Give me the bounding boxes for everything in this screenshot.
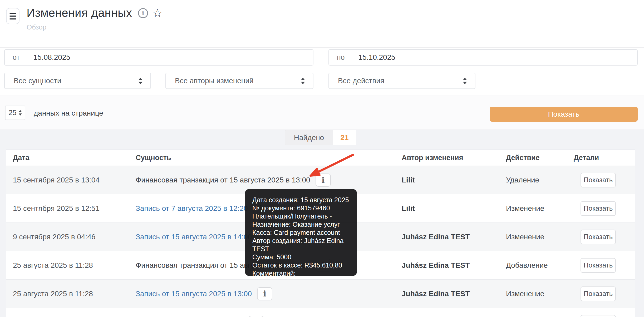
hamburger-menu-button[interactable] — [6, 8, 19, 24]
select-arrows-icon — [19, 110, 22, 116]
select-arrows-icon — [463, 78, 467, 84]
date-from-input[interactable]: от 15.08.2025 — [4, 49, 313, 66]
date-from-label: от — [5, 50, 28, 65]
row-author: Lilit — [402, 204, 506, 213]
tooltip-line: Назначение: Оказание услуг — [252, 220, 350, 229]
breadcrumb: Обзор — [27, 23, 163, 31]
col-header-entity: Сущность — [136, 154, 402, 162]
entity-info-icon-button[interactable]: i — [249, 316, 264, 317]
entity-info-tooltip: Дата создания: 15 августа 2025№ документ… — [245, 189, 357, 276]
favorite-star-icon[interactable]: ☆ — [152, 8, 163, 18]
row-action: Изменение — [506, 233, 574, 241]
select-arrows-icon — [301, 78, 305, 84]
tooltip-line: Остаток в кассе: R$45.610,80 — [252, 261, 350, 269]
row-entity-text: Финансовая транзакция от 15 августа 2025… — [136, 176, 310, 184]
title-block: Изменения данных i ☆ Обзор — [27, 6, 163, 31]
row-date: 15 сентября 2025 в 13:04 — [6, 176, 136, 184]
row-details-cell: Показать — [574, 286, 635, 301]
page-header: Изменения данных i ☆ Обзор — [0, 0, 644, 47]
per-page-label: данных на странице — [34, 109, 103, 117]
select-arrows-icon — [138, 78, 142, 84]
row-author: Juhász Edina TEST — [402, 233, 506, 241]
date-to-value[interactable]: 15.10.2025 — [353, 50, 637, 65]
row-date: 15 сентября 2025 в 12:51 — [6, 204, 136, 213]
row-action: Изменение — [506, 290, 574, 298]
table-header-row: Дата Сущность Автор изменения Действие Д… — [6, 150, 635, 166]
show-button[interactable]: Показать — [490, 107, 638, 122]
row-details-cell: Показать — [574, 201, 635, 216]
tooltip-line: Автор создания: Juhász Edina TEST — [252, 237, 350, 253]
author-filter-select[interactable]: Все авторы изменений — [165, 73, 313, 89]
row-details-cell: Показать — [574, 173, 635, 187]
per-page-band: 25 данных на странице Показать — [0, 96, 644, 130]
found-label: Найдено — [285, 130, 333, 145]
page: Изменения данных i ☆ Обзор от 15.08.2025… — [0, 0, 644, 317]
col-header-author: Автор изменения — [402, 154, 506, 162]
row-entity-cell: Запись от 15 августа 2025 в 13:00 i — [136, 287, 402, 300]
row-action: Удаление — [506, 176, 574, 184]
row-date: 9 сентября 2025 в 04:46 — [6, 233, 136, 241]
row-action: Добавление — [506, 261, 574, 270]
page-info-icon[interactable]: i — [138, 8, 148, 18]
tooltip-line: Плательщик/Получатель - — [252, 212, 350, 220]
row-details-cell: Показать — [574, 258, 635, 273]
table-row: 25 августа 2025 в 11:28 Запись от 15 авг… — [6, 279, 635, 308]
tooltip-line: Сумма: 5000 — [252, 253, 350, 261]
found-count: 21 — [333, 130, 356, 145]
date-to-label: по — [329, 50, 353, 65]
row-entity-text[interactable]: Запись от 15 августа 2025 в 13:00 — [136, 290, 252, 298]
entity-info-icon-button[interactable]: i — [257, 287, 272, 300]
per-page-select[interactable]: 25 — [5, 106, 25, 120]
row-details-button[interactable]: Показать — [581, 173, 616, 187]
tooltip-line: Дата создания: 15 августа 2025 — [252, 196, 350, 204]
tooltip-line: № документа: 691579460 — [252, 204, 350, 212]
row-entity-cell: Финансовая транзакция от 15 августа 2025… — [136, 174, 402, 187]
col-header-action: Действие — [506, 154, 574, 162]
row-author: Lilit — [402, 176, 506, 184]
row-action: Изменение — [506, 204, 574, 213]
row-entity-text[interactable]: Запись от 7 августа 2025 в 12:20 — [136, 204, 248, 213]
row-details-button[interactable]: Показать — [581, 230, 616, 244]
row-details-button[interactable]: Показать — [581, 258, 616, 273]
tooltip-line: Комментарий: — [252, 269, 350, 278]
row-details-button[interactable]: Показать — [581, 315, 616, 317]
date-from-value[interactable]: 15.08.2025 — [28, 50, 313, 65]
row-entity-text[interactable]: Запись от 15 августа 2025 в 14:00 — [136, 233, 252, 241]
row-details-button[interactable]: Показать — [581, 201, 616, 216]
row-date: 25 августа 2025 в 11:28 — [6, 261, 136, 270]
row-details-cell: Показать — [574, 315, 635, 317]
row-author: Juhász Edina TEST — [402, 261, 506, 270]
hamburger-icon — [9, 13, 16, 14]
row-details-button[interactable]: Показать — [581, 286, 616, 301]
page-title: Изменения данных — [27, 6, 132, 19]
date-to-input[interactable]: по 15.10.2025 — [328, 49, 638, 66]
found-badge: Найдено 21 — [285, 130, 356, 145]
table-row: i Показать — [6, 308, 635, 317]
row-entity-cell: i — [136, 316, 402, 317]
action-filter-select[interactable]: Все действия — [328, 73, 475, 89]
row-author: Juhász Edina TEST — [402, 290, 506, 298]
row-date: 25 августа 2025 в 11:28 — [6, 290, 136, 298]
col-header-details: Детали — [574, 154, 635, 162]
col-header-date: Дата — [6, 154, 136, 162]
filters-section: от 15.08.2025 по 15.10.2025 Все сущности… — [0, 47, 644, 96]
entity-filter-select[interactable]: Все сущности — [4, 73, 151, 89]
entity-info-icon-button[interactable]: i — [316, 174, 331, 187]
row-details-cell: Показать — [574, 230, 635, 244]
tooltip-line: Касса: Card payment account — [252, 229, 350, 237]
